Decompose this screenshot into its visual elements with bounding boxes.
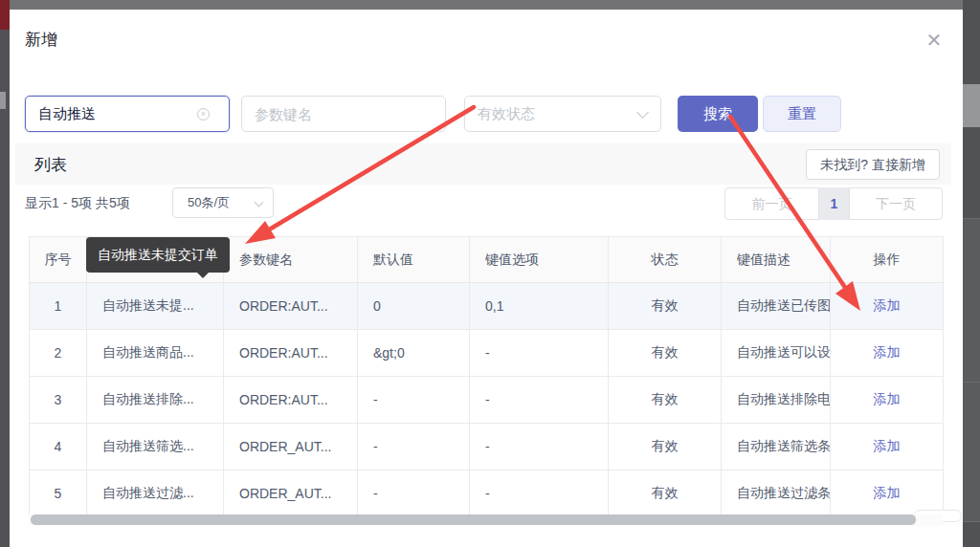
cell-name: 自动推送排除... [87,377,224,424]
col-header-options: 键值选项 [470,237,609,283]
table-row: 2自动推送商品...ORDER:AUT...&gt;0-有效自动推送可以设添加 [30,330,944,377]
add-link[interactable]: 添加 [874,297,901,313]
col-header-status: 状态 [609,237,722,283]
clear-input-icon[interactable]: × [197,108,210,120]
add-dialog: 新增 ✕ × 有效状态 搜索 重置 列表 未找到? 直接新增 显示1 - 5项 … [10,10,963,547]
table-row: 3自动推送排除...ORDER:AUT...--有效自动推送排除电添加 [30,377,944,424]
chevron-down-icon [255,198,264,208]
result-summary: 显示1 - 5项 共5项 [25,187,130,218]
screen: 新增 ✕ × 有效状态 搜索 重置 列表 未找到? 直接新增 显示1 - 5项 … [0,0,980,547]
table-row: 5自动推送过滤...ORDER_AUT...--有效自动推送过滤条添加 [30,470,944,517]
params-table: 序号 参数键名 默认值 键值选项 状态 键值描述 操作 1自动推送未提...OR… [29,236,944,517]
add-link[interactable]: 添加 [874,391,901,406]
cell-default_value: - [358,377,470,424]
col-header-key: 参数键名 [224,237,358,283]
col-header-action: 操作 [831,237,944,283]
cell-options: - [470,377,609,424]
add-link[interactable]: 添加 [874,344,901,360]
status-select[interactable]: 有效状态 [464,96,661,132]
list-header-band: 列表 未找到? 直接新增 [15,143,951,185]
col-header-desc: 键值描述 [722,237,831,283]
hscrollbar-thumb[interactable] [31,514,916,525]
cell-key: ORDER:AUT... [224,377,358,424]
pagination: 前一页 1 下一页 [724,187,943,220]
cell-status: 有效 [609,377,722,424]
table-row: 4自动推送筛选...ORDER_AUT...--有效自动推送筛选条添加 [30,424,944,470]
table-row: 1自动推送未提...ORDER:AUT...00,1有效自动推送已传图添加 [30,283,944,330]
direct-add-button[interactable]: 未找到? 直接新增 [806,149,940,180]
cell-no: 4 [30,424,87,470]
page-size-value: 50条/页 [188,195,230,209]
cell-action: 添加 [831,377,944,424]
prev-page-button[interactable]: 前一页 [724,187,819,220]
close-icon[interactable]: ✕ [921,27,947,54]
current-page[interactable]: 1 [819,187,849,220]
tooltip: 自动推送未提交订单 [86,237,230,273]
param-key-input[interactable] [241,96,446,132]
status-select-placeholder: 有效状态 [478,105,535,121]
table-body: 1自动推送未提...ORDER:AUT...00,1有效自动推送已传图添加2自动… [30,283,944,517]
cell-name: 自动推送商品... [87,330,224,377]
cell-no: 2 [30,330,87,377]
search-button[interactable]: 搜索 [678,96,758,132]
cell-status: 有效 [609,424,722,470]
cell-desc: 自动推送筛选条 [722,424,831,470]
add-link[interactable]: 添加 [874,485,901,500]
cell-desc: 自动推送过滤条 [722,470,831,517]
reset-button[interactable]: 重置 [763,96,841,132]
chevron-down-icon [636,106,649,119]
tooltip-text: 自动推送未提交订单 [98,247,218,262]
cell-options: - [470,470,609,517]
cell-key: ORDER_AUT... [224,424,358,470]
page-size-select[interactable]: 50条/页 [172,187,274,218]
backdrop-left-notch [0,92,6,109]
backdrop-right-band [963,84,980,127]
cell-no: 5 [30,470,87,517]
backdrop-top [0,0,980,10]
cell-default_value: &gt;0 [358,330,470,377]
cell-options: - [470,330,609,377]
list-title: 列表 [34,154,67,176]
cell-action: 添加 [831,424,944,470]
cell-no: 3 [30,377,87,424]
cell-default_value: - [358,470,470,517]
cell-desc: 自动推送可以设 [722,330,831,377]
col-header-default: 默认值 [358,237,470,283]
cell-status: 有效 [609,330,722,377]
cell-desc: 自动推送排除电 [722,377,831,424]
cell-name: 自动推送筛选... [87,424,224,470]
dialog-title: 新增 [25,29,57,51]
cell-status: 有效 [609,470,722,517]
cell-name: 自动推送未提... [87,283,224,330]
cell-no: 1 [30,283,87,330]
cell-key: ORDER:AUT... [224,330,358,377]
cell-key: ORDER_AUT... [224,470,358,517]
next-page-button[interactable]: 下一页 [849,187,943,220]
add-link[interactable]: 添加 [874,438,901,453]
cell-status: 有效 [609,283,722,330]
cell-name: 自动推送过滤... [87,470,224,517]
cell-action: 添加 [831,283,944,330]
backdrop-left [0,0,10,547]
cell-key: ORDER:AUT... [224,283,358,330]
cell-options: - [470,424,609,470]
backdrop-right-rows [963,218,980,522]
cell-default_value: 0 [358,283,470,330]
backdrop-left-red-header [0,0,10,30]
cell-desc: 自动推送已传图 [722,283,831,330]
cell-options: 0,1 [470,283,609,330]
tooltip-arrow-icon [196,272,210,278]
cell-action: 添加 [831,330,944,377]
cell-default_value: - [358,424,470,470]
col-header-index: 序号 [30,237,87,283]
backdrop-right-divider [963,382,980,383]
